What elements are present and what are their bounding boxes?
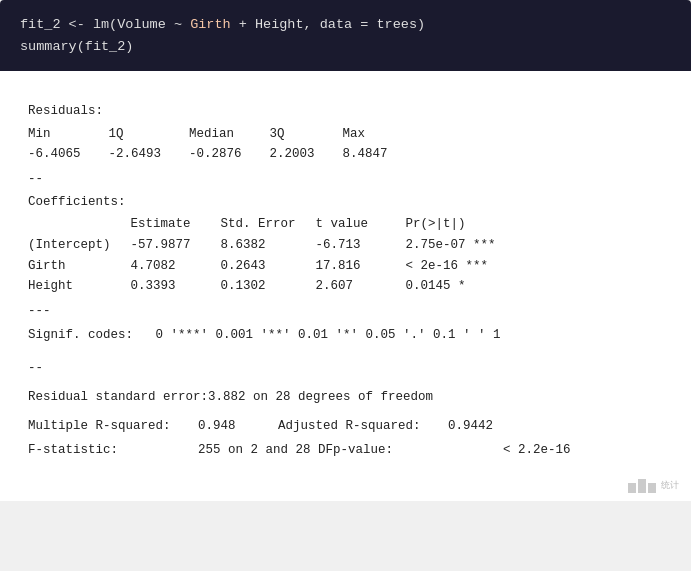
coeff-height-estimate: 0.3393 bbox=[131, 276, 221, 297]
coeff-girth-name: Girth bbox=[28, 256, 131, 277]
fstat-line: F-statistic: 255 on 2 and 28 DF p-value:… bbox=[28, 440, 663, 461]
coeff-intercept-stderr: 8.6382 bbox=[221, 235, 316, 256]
watermark: 统计 bbox=[628, 478, 679, 493]
signif-label: Signif. codes: bbox=[28, 328, 133, 342]
watermark-bar1 bbox=[628, 483, 636, 493]
coeff-header-stderr: Std. Error bbox=[221, 214, 316, 235]
residuals-header-median: Median bbox=[189, 124, 270, 145]
coeff-girth-tvalue: 17.816 bbox=[316, 256, 406, 277]
multiple-r-line: Multiple R-squared: 0.948 Adjusted R-squ… bbox=[28, 416, 663, 437]
residuals-table: Min 1Q Median 3Q Max -6.4065 -2.6493 -0.… bbox=[28, 124, 416, 165]
coeff-height-name: Height bbox=[28, 276, 131, 297]
signif-codes: 0 '***' 0.001 '**' 0.01 '*' 0.05 '.' 0.1… bbox=[156, 328, 501, 342]
residuals-val-max: 8.4847 bbox=[343, 144, 416, 165]
residuals-val-min: -6.4065 bbox=[28, 144, 109, 165]
residuals-header-3q: 3Q bbox=[270, 124, 343, 145]
code-text-1: fit_2 <- lm(Volume ~ Girth + Height, dat… bbox=[20, 17, 425, 32]
coeff-row-girth: Girth 4.7082 0.2643 17.816 < 2e-16 *** bbox=[28, 256, 516, 277]
coefficients-label: Coefficients: bbox=[28, 192, 663, 213]
coeff-girth-stderr: 0.2643 bbox=[221, 256, 316, 277]
code-block: fit_2 <- lm(Volume ~ Girth + Height, dat… bbox=[0, 0, 691, 71]
coeff-intercept-estimate: -57.9877 bbox=[131, 235, 221, 256]
coeff-girth-estimate: 4.7082 bbox=[131, 256, 221, 277]
coeff-intercept-tvalue: -6.713 bbox=[316, 235, 406, 256]
coeff-header-estimate: Estimate bbox=[131, 214, 221, 235]
adjusted-r-label: Adjusted R-squared: bbox=[278, 416, 448, 437]
adjusted-r-value: 0.9442 bbox=[448, 416, 528, 437]
fstat-label: F-statistic: bbox=[28, 440, 198, 461]
sep1: -- bbox=[28, 169, 663, 190]
coeff-height-pr: 0.0145 * bbox=[406, 276, 516, 297]
code-text-2: summary(fit_2) bbox=[20, 39, 133, 54]
sep2: --- bbox=[28, 301, 663, 322]
coeff-header-name bbox=[28, 214, 131, 235]
residual-error-label: Residual standard error: bbox=[28, 387, 208, 408]
residuals-label: Residuals: bbox=[28, 101, 663, 122]
residuals-header-1q: 1Q bbox=[109, 124, 190, 145]
coeff-height-tvalue: 2.607 bbox=[316, 276, 406, 297]
fstat-value: 255 on 2 and 28 DF bbox=[198, 440, 333, 461]
residuals-val-median: -0.2876 bbox=[189, 144, 270, 165]
multiple-r-label: Multiple R-squared: bbox=[28, 416, 198, 437]
sep3: -- bbox=[28, 358, 663, 379]
residuals-header-min: Min bbox=[28, 124, 109, 145]
watermark-bar3 bbox=[648, 483, 656, 493]
coefficients-table: Estimate Std. Error t value Pr(>|t|) (In… bbox=[28, 214, 516, 297]
residuals-val-1q: -2.6493 bbox=[109, 144, 190, 165]
coeff-header-pr: Pr(>|t|) bbox=[406, 214, 516, 235]
residual-error-value: 3.882 on 28 degrees of freedom bbox=[208, 387, 433, 408]
coeff-row-intercept: (Intercept) -57.9877 8.6382 -6.713 2.75e… bbox=[28, 235, 516, 256]
residuals-header-max: Max bbox=[343, 124, 416, 145]
pvalue-value: < 2.2e-16 bbox=[503, 440, 583, 461]
code-line-2: summary(fit_2) bbox=[20, 36, 671, 58]
residuals-val-3q: 2.2003 bbox=[270, 144, 343, 165]
watermark-text: 统计 bbox=[661, 478, 679, 493]
coeff-row-height: Height 0.3393 0.1302 2.607 0.0145 * bbox=[28, 276, 516, 297]
code-line-1: fit_2 <- lm(Volume ~ Girth + Height, dat… bbox=[20, 14, 671, 36]
coeff-intercept-pr: 2.75e-07 *** bbox=[406, 235, 516, 256]
output-block: Residuals: Min 1Q Median 3Q Max -6.4065 … bbox=[0, 71, 691, 501]
coeff-header-tvalue: t value bbox=[316, 214, 406, 235]
multiple-r-value: 0.948 bbox=[198, 416, 278, 437]
signif-line: Signif. codes: 0 '***' 0.001 '**' 0.01 '… bbox=[28, 325, 663, 346]
watermark-bar2 bbox=[638, 479, 646, 493]
residual-error-line: Residual standard error: 3.882 on 28 deg… bbox=[28, 387, 663, 408]
pvalue-label: p-value: bbox=[333, 440, 503, 461]
coeff-height-stderr: 0.1302 bbox=[221, 276, 316, 297]
coeff-girth-pr: < 2e-16 *** bbox=[406, 256, 516, 277]
coeff-intercept-name: (Intercept) bbox=[28, 235, 131, 256]
